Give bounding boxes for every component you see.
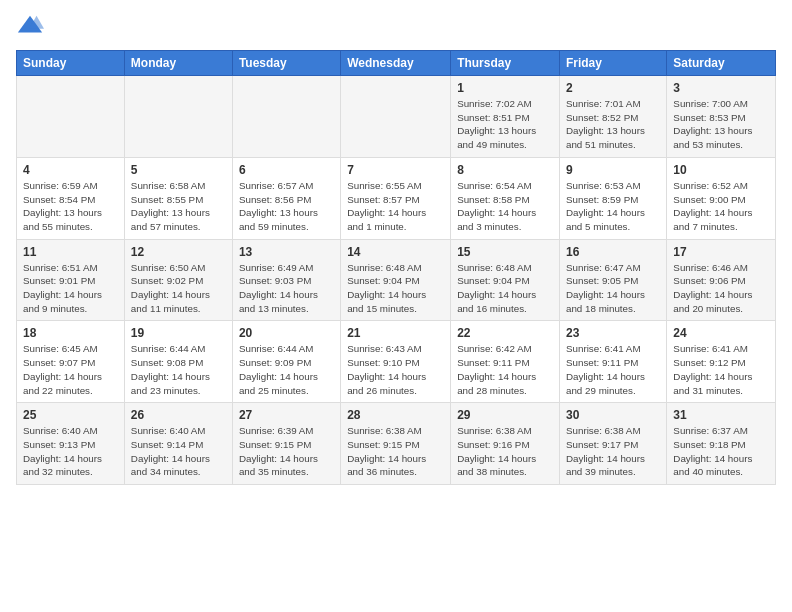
calendar-cell <box>17 76 125 158</box>
calendar-cell: 21Sunrise: 6:43 AM Sunset: 9:10 PM Dayli… <box>341 321 451 403</box>
calendar-cell: 28Sunrise: 6:38 AM Sunset: 9:15 PM Dayli… <box>341 403 451 485</box>
calendar-cell <box>341 76 451 158</box>
calendar-cell: 2Sunrise: 7:01 AM Sunset: 8:52 PM Daylig… <box>559 76 666 158</box>
day-number: 28 <box>347 408 444 422</box>
day-info: Sunrise: 6:41 AM Sunset: 9:12 PM Dayligh… <box>673 342 769 397</box>
calendar-header-thursday: Thursday <box>451 51 560 76</box>
day-number: 12 <box>131 245 226 259</box>
header <box>16 12 776 40</box>
calendar-cell: 8Sunrise: 6:54 AM Sunset: 8:58 PM Daylig… <box>451 157 560 239</box>
day-info: Sunrise: 6:48 AM Sunset: 9:04 PM Dayligh… <box>457 261 553 316</box>
day-number: 7 <box>347 163 444 177</box>
day-info: Sunrise: 6:44 AM Sunset: 9:09 PM Dayligh… <box>239 342 334 397</box>
day-info: Sunrise: 6:40 AM Sunset: 9:13 PM Dayligh… <box>23 424 118 479</box>
day-number: 14 <box>347 245 444 259</box>
day-info: Sunrise: 6:38 AM Sunset: 9:15 PM Dayligh… <box>347 424 444 479</box>
logo-icon <box>16 12 44 40</box>
calendar-header-row: SundayMondayTuesdayWednesdayThursdayFrid… <box>17 51 776 76</box>
calendar-week-5: 25Sunrise: 6:40 AM Sunset: 9:13 PM Dayli… <box>17 403 776 485</box>
calendar-header-monday: Monday <box>124 51 232 76</box>
day-info: Sunrise: 7:01 AM Sunset: 8:52 PM Dayligh… <box>566 97 660 152</box>
calendar-cell <box>124 76 232 158</box>
day-number: 23 <box>566 326 660 340</box>
day-info: Sunrise: 6:57 AM Sunset: 8:56 PM Dayligh… <box>239 179 334 234</box>
calendar-cell: 10Sunrise: 6:52 AM Sunset: 9:00 PM Dayli… <box>667 157 776 239</box>
calendar-cell: 7Sunrise: 6:55 AM Sunset: 8:57 PM Daylig… <box>341 157 451 239</box>
calendar-cell: 11Sunrise: 6:51 AM Sunset: 9:01 PM Dayli… <box>17 239 125 321</box>
day-number: 15 <box>457 245 553 259</box>
day-number: 3 <box>673 81 769 95</box>
calendar-week-1: 1Sunrise: 7:02 AM Sunset: 8:51 PM Daylig… <box>17 76 776 158</box>
calendar-cell: 27Sunrise: 6:39 AM Sunset: 9:15 PM Dayli… <box>232 403 340 485</box>
calendar-cell: 17Sunrise: 6:46 AM Sunset: 9:06 PM Dayli… <box>667 239 776 321</box>
calendar-cell: 14Sunrise: 6:48 AM Sunset: 9:04 PM Dayli… <box>341 239 451 321</box>
day-number: 16 <box>566 245 660 259</box>
day-number: 24 <box>673 326 769 340</box>
calendar-cell: 16Sunrise: 6:47 AM Sunset: 9:05 PM Dayli… <box>559 239 666 321</box>
day-number: 10 <box>673 163 769 177</box>
day-info: Sunrise: 6:55 AM Sunset: 8:57 PM Dayligh… <box>347 179 444 234</box>
calendar-cell: 5Sunrise: 6:58 AM Sunset: 8:55 PM Daylig… <box>124 157 232 239</box>
day-info: Sunrise: 7:02 AM Sunset: 8:51 PM Dayligh… <box>457 97 553 152</box>
day-number: 5 <box>131 163 226 177</box>
calendar-cell: 25Sunrise: 6:40 AM Sunset: 9:13 PM Dayli… <box>17 403 125 485</box>
day-info: Sunrise: 6:52 AM Sunset: 9:00 PM Dayligh… <box>673 179 769 234</box>
calendar-cell: 12Sunrise: 6:50 AM Sunset: 9:02 PM Dayli… <box>124 239 232 321</box>
calendar-table: SundayMondayTuesdayWednesdayThursdayFrid… <box>16 50 776 485</box>
page: SundayMondayTuesdayWednesdayThursdayFrid… <box>0 0 792 497</box>
day-number: 11 <box>23 245 118 259</box>
calendar-cell: 19Sunrise: 6:44 AM Sunset: 9:08 PM Dayli… <box>124 321 232 403</box>
logo <box>16 12 48 40</box>
calendar-cell: 30Sunrise: 6:38 AM Sunset: 9:17 PM Dayli… <box>559 403 666 485</box>
day-number: 27 <box>239 408 334 422</box>
day-info: Sunrise: 6:58 AM Sunset: 8:55 PM Dayligh… <box>131 179 226 234</box>
day-info: Sunrise: 6:47 AM Sunset: 9:05 PM Dayligh… <box>566 261 660 316</box>
calendar-week-3: 11Sunrise: 6:51 AM Sunset: 9:01 PM Dayli… <box>17 239 776 321</box>
calendar-header-tuesday: Tuesday <box>232 51 340 76</box>
day-info: Sunrise: 6:59 AM Sunset: 8:54 PM Dayligh… <box>23 179 118 234</box>
calendar-week-4: 18Sunrise: 6:45 AM Sunset: 9:07 PM Dayli… <box>17 321 776 403</box>
day-info: Sunrise: 6:48 AM Sunset: 9:04 PM Dayligh… <box>347 261 444 316</box>
day-number: 2 <box>566 81 660 95</box>
day-info: Sunrise: 6:38 AM Sunset: 9:17 PM Dayligh… <box>566 424 660 479</box>
calendar-body: 1Sunrise: 7:02 AM Sunset: 8:51 PM Daylig… <box>17 76 776 485</box>
day-number: 26 <box>131 408 226 422</box>
calendar-header-saturday: Saturday <box>667 51 776 76</box>
day-number: 1 <box>457 81 553 95</box>
day-info: Sunrise: 6:41 AM Sunset: 9:11 PM Dayligh… <box>566 342 660 397</box>
day-number: 31 <box>673 408 769 422</box>
day-info: Sunrise: 6:43 AM Sunset: 9:10 PM Dayligh… <box>347 342 444 397</box>
calendar-cell: 20Sunrise: 6:44 AM Sunset: 9:09 PM Dayli… <box>232 321 340 403</box>
calendar-cell: 23Sunrise: 6:41 AM Sunset: 9:11 PM Dayli… <box>559 321 666 403</box>
day-number: 6 <box>239 163 334 177</box>
day-number: 4 <box>23 163 118 177</box>
day-number: 22 <box>457 326 553 340</box>
day-info: Sunrise: 6:40 AM Sunset: 9:14 PM Dayligh… <box>131 424 226 479</box>
day-number: 21 <box>347 326 444 340</box>
day-number: 13 <box>239 245 334 259</box>
day-number: 9 <box>566 163 660 177</box>
calendar-cell: 9Sunrise: 6:53 AM Sunset: 8:59 PM Daylig… <box>559 157 666 239</box>
day-info: Sunrise: 6:45 AM Sunset: 9:07 PM Dayligh… <box>23 342 118 397</box>
calendar-cell <box>232 76 340 158</box>
day-number: 19 <box>131 326 226 340</box>
day-info: Sunrise: 6:44 AM Sunset: 9:08 PM Dayligh… <box>131 342 226 397</box>
day-number: 17 <box>673 245 769 259</box>
calendar-cell: 31Sunrise: 6:37 AM Sunset: 9:18 PM Dayli… <box>667 403 776 485</box>
calendar-cell: 26Sunrise: 6:40 AM Sunset: 9:14 PM Dayli… <box>124 403 232 485</box>
day-info: Sunrise: 7:00 AM Sunset: 8:53 PM Dayligh… <box>673 97 769 152</box>
day-info: Sunrise: 6:38 AM Sunset: 9:16 PM Dayligh… <box>457 424 553 479</box>
calendar-cell: 6Sunrise: 6:57 AM Sunset: 8:56 PM Daylig… <box>232 157 340 239</box>
calendar-header-sunday: Sunday <box>17 51 125 76</box>
calendar-cell: 29Sunrise: 6:38 AM Sunset: 9:16 PM Dayli… <box>451 403 560 485</box>
day-info: Sunrise: 6:51 AM Sunset: 9:01 PM Dayligh… <box>23 261 118 316</box>
calendar-cell: 13Sunrise: 6:49 AM Sunset: 9:03 PM Dayli… <box>232 239 340 321</box>
day-info: Sunrise: 6:46 AM Sunset: 9:06 PM Dayligh… <box>673 261 769 316</box>
day-number: 18 <box>23 326 118 340</box>
day-number: 20 <box>239 326 334 340</box>
calendar-week-2: 4Sunrise: 6:59 AM Sunset: 8:54 PM Daylig… <box>17 157 776 239</box>
day-info: Sunrise: 6:53 AM Sunset: 8:59 PM Dayligh… <box>566 179 660 234</box>
calendar-cell: 3Sunrise: 7:00 AM Sunset: 8:53 PM Daylig… <box>667 76 776 158</box>
calendar-cell: 22Sunrise: 6:42 AM Sunset: 9:11 PM Dayli… <box>451 321 560 403</box>
calendar-cell: 15Sunrise: 6:48 AM Sunset: 9:04 PM Dayli… <box>451 239 560 321</box>
